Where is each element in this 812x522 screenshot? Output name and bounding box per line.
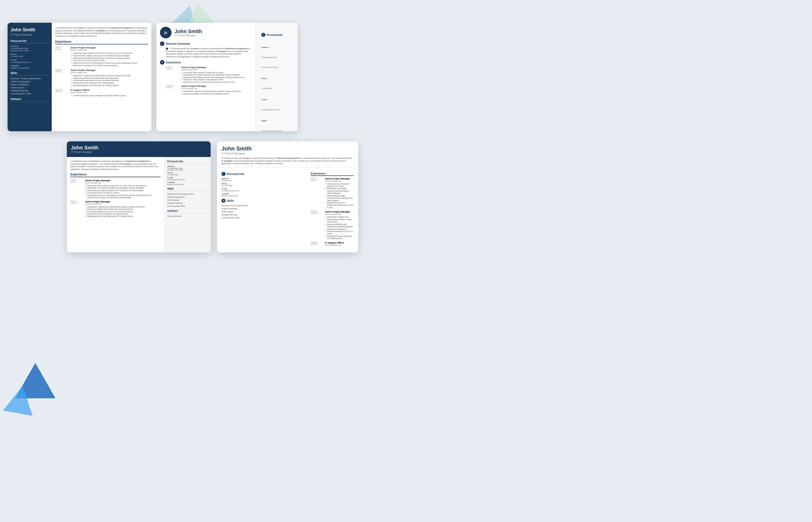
card1-skill-3: Project Scheduling: [11, 83, 49, 86]
card4-linkedin-label: LinkedIn: [222, 193, 307, 195]
card4-exp-1: 2006-12 -present Senior Project Manager …: [311, 178, 354, 209]
card3-exp1-b1: •Oversaw all major hospital IT projects …: [85, 184, 161, 187]
card2-phone-label: Phone: [258, 73, 298, 83]
card4-exp1-row: 2006-12 -present Senior Project Manager …: [311, 178, 354, 209]
card4-skill-4: Strategic Planning: [222, 213, 307, 216]
card4-exp-label: Experience: [311, 172, 354, 176]
card1-name: John Smith: [11, 27, 49, 33]
card4-skill-2: Project Scheduling: [222, 207, 307, 210]
card3-body: IT Professional with over 10 years of ex…: [67, 157, 211, 253]
card1-exp2-b2: Diagnosed problems with hardware and ope…: [70, 77, 148, 80]
card1-exp-3: 2002-08 -2004-09 IT Support Officer Seto…: [55, 89, 148, 97]
card4-exp3-company: Seton Hospital, ME: [325, 244, 354, 246]
card3-title: IT Project Manager: [71, 151, 207, 154]
card4-exp-2: 2004-09 -2006-12 Junior Project Manager …: [311, 210, 354, 240]
card3-exp2-company: Seton Hospital, ME: [85, 203, 145, 205]
card2-personal-icon: 👤: [261, 33, 265, 37]
card2-personal-label: Personal Info: [267, 34, 283, 36]
card4-address-label: Address: [222, 178, 307, 180]
card3-skill-1: Business Process Improvement: [167, 192, 208, 195]
card2-exp1-date: 2006-12 -present: [166, 66, 181, 83]
card3-linkedin: linkedin.com/johnutw: [167, 183, 208, 185]
card2-name: John Smith: [174, 28, 202, 34]
card2-phone: 774-987-4009: [258, 83, 298, 94]
card4-email-label: E-mail: [222, 187, 307, 190]
card2-summary-header: ≡ Resume Summary: [160, 41, 251, 46]
card4-title: IT Project Manager: [222, 152, 354, 155]
card1-exp2-b4: Maintained the user database of over 300…: [70, 82, 148, 84]
card1-exp2-title: Junior Project Manager: [70, 69, 148, 72]
card2-exp1-content: Senior Project Manager Seton Hospital, M…: [181, 66, 251, 83]
card1-email: j.smith@uptowork.com: [11, 61, 49, 63]
card1-exp-1: 2006-12 -present Senior Project Manager …: [55, 46, 148, 67]
card2-exp2-content: Junior Project Manager Seton Hospital, M…: [181, 85, 251, 95]
card4-exp1-b2: •Responsible for creating, improving, an…: [325, 187, 354, 194]
card1-exp1-b2: Responsible for creating, improving, and…: [70, 55, 148, 57]
resume-card-2: js John Smith IT Project Manager ≡ Resum…: [157, 23, 298, 131]
card4-skill-3: Sales Analysis: [222, 210, 307, 213]
card1-address-label: Address: [11, 45, 49, 47]
card1-skill-5: Strategic Planning: [11, 89, 49, 92]
card3-exp2-b1: •Streamlined IT logistics and administra…: [85, 206, 145, 208]
card3-phone: 774-987-4009: [167, 174, 208, 176]
card3-exp1-company: Seton Hospital, ME: [85, 182, 161, 184]
card2-exp-2: 2004-09 -2006-12 Junior Project Manager …: [160, 85, 251, 95]
card3-skills-label: Skills: [167, 187, 208, 191]
card1-exp1-b4: Cut costs by 32% in less than six months…: [70, 59, 148, 62]
card3-personal-label: Personal Info: [167, 160, 208, 164]
card4-exp-3: 2002-08 -2004-09 IT Support Officer Seto…: [311, 242, 354, 247]
card2-exp2-b1: Streamlined IT logistics and administrat…: [181, 90, 251, 93]
card3-exp2-title: Junior Project Manager: [85, 200, 145, 203]
card1-email-label: E-mail: [11, 59, 49, 61]
card4-exp2-b1: •Streamlined IT logistics and administra…: [325, 216, 354, 223]
card1-exp2-b3: Successfully migrated two servers to new…: [70, 79, 148, 82]
card2-summary-text: IT Professional with over 10 years of ex…: [160, 47, 251, 58]
card3-exp2-b5: •Managed project for lean training for a…: [85, 215, 145, 217]
card1-exp3-content: IT Support Officer Seton Hospital, ME Pr…: [70, 89, 148, 97]
card1-title: IT Project Manager: [11, 33, 49, 36]
card3-exp2-content: Junior Project Manager Seton Hospital, M…: [85, 200, 145, 218]
card3-exp1-b3: •Implemented the highly successful Lean …: [85, 189, 161, 192]
card3-address-label: Address: [167, 165, 208, 167]
card1-personal-info-label: Personal Info: [11, 40, 49, 43]
card1-linkedin-label: LinkedIn: [11, 65, 49, 67]
card1-city: Portland, ME, 04019: [11, 49, 49, 52]
card3-sidebar: Personal Info Address 134 Rightward Way …: [164, 157, 211, 253]
card2-exp1-company: Seton Hospital, ME: [181, 69, 251, 71]
card1-exp3-b1: Provided support for project managers an…: [70, 95, 148, 97]
card3-exp1-b4: •Cut costs by 32% in less than six month…: [85, 192, 161, 194]
card2-exp2-title: Junior Project Manager: [181, 85, 251, 87]
card4-exp2-row: 2004-09 -2006-12 Junior Project Manager …: [311, 210, 354, 240]
card1-skills-label: Skills: [11, 72, 49, 76]
card1-exp2-company: Seton Hospital, ME: [70, 72, 148, 74]
card1-skill-2: Vendor Management: [11, 80, 49, 83]
card2-exp1-row: 2006-12 -present Senior Project Manager …: [166, 66, 251, 83]
card4-exp2-title: Junior Project Manager: [325, 210, 354, 213]
resume-card-1: John Smith IT Project Manager Personal I…: [7, 23, 151, 131]
card4-inner: John Smith IT Project Manager IT Profess…: [217, 141, 358, 253]
card3-software-1: Microsoft Project: [167, 215, 208, 218]
card3-exp2-date: 2004-09 -2006-12: [70, 200, 85, 218]
card3-skill-3: Sales Analysis: [167, 198, 208, 201]
card2-exp1-b4: Reduced the costs of IT infrastructure m…: [181, 81, 251, 83]
card1-exp-2: 2004-09 -2006-12 Junior Project Manager …: [55, 69, 148, 87]
resume-card-4: John Smith IT Project Manager IT Profess…: [217, 141, 358, 253]
card1-summary: IT Professional with over 10 years of ex…: [55, 27, 148, 37]
card3-address: 134 Rightward Way: [167, 167, 208, 169]
card4-name: John Smith: [222, 145, 354, 152]
card2-summary-label: Resume Summary: [166, 42, 190, 45]
card2-sidebar: 👤 Personal Info Address 134 Rightward Wa…: [255, 23, 298, 131]
card4-exp2-b4: •Maintained the user database of over 30…: [325, 235, 354, 240]
card4-skill-1: Business Process Improvement: [222, 204, 307, 207]
card3-email: j.smith@uptowork.com: [167, 179, 208, 180]
card4-linkedin: linkedin.com/johnutw: [222, 195, 307, 197]
card2-address-label: Address: [258, 42, 298, 53]
card4-exp3-title: IT Support Officer: [325, 242, 354, 244]
card1-exp1-b5: Reduced the costs of IT maintenance in 2…: [70, 62, 148, 67]
card2-exp1-b2: Responsible for creating, improving, and…: [181, 74, 251, 76]
card4-personal-header: 👤 Personal Info: [222, 172, 307, 176]
card1-exp3-title: IT Support Officer: [70, 89, 148, 92]
card3-linkedin-label: LinkedIn: [167, 181, 208, 183]
card4-exp1-b4: •Reduced the costs of IT infrastructure …: [325, 202, 354, 209]
card3-skill-5: Communication Skills: [167, 204, 208, 207]
